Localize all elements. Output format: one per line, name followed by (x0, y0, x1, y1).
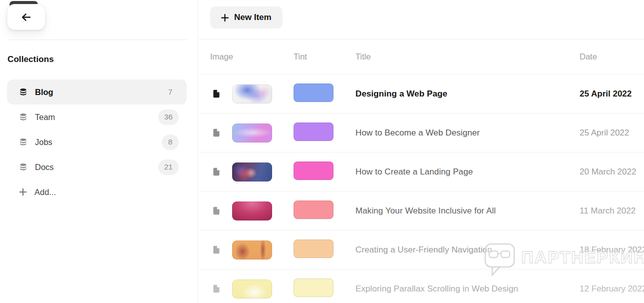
image-cell (210, 240, 294, 260)
back-button[interactable] (7, 4, 45, 30)
page-icon (212, 246, 221, 254)
sidebar-divider (7, 40, 186, 40)
database-icon (19, 113, 27, 122)
row-date: 12 February 2022 (580, 284, 644, 294)
tint-swatch (294, 200, 333, 219)
date-cell: 11 March 2022 (580, 206, 644, 216)
row-thumbnail (232, 84, 272, 104)
page-icon (212, 284, 221, 293)
image-cell (210, 84, 294, 104)
sidebar-item-jobs[interactable]: Jobs 8 (7, 130, 187, 154)
row-date: 11 March 2022 (580, 206, 636, 216)
sidebar: Collections Blog 7 Team 36 (0, 0, 198, 303)
row-thumbnail (232, 162, 272, 182)
row-title: Exploring Parallax Scrolling in Web Desi… (355, 284, 518, 294)
collection-count-badge: 36 (158, 110, 179, 125)
table-row[interactable]: How to Become a Web Designer 25 April 20… (199, 114, 644, 152)
arrow-left-icon (20, 12, 32, 23)
title-cell: Making Your Website Inclusive for All (355, 206, 580, 216)
image-cell (210, 124, 294, 142)
database-icon (19, 163, 27, 172)
add-collection-label: Add... (34, 188, 56, 197)
page-icon (212, 128, 221, 137)
image-cell (210, 162, 294, 182)
title-cell: Creating a User-Friendly Navigation (355, 245, 580, 255)
collection-count-badge: 21 (158, 160, 179, 175)
tint-swatch (294, 240, 333, 258)
page-icon (212, 90, 221, 98)
cms-collections-page: Collections Blog 7 Team 36 (0, 0, 644, 303)
tint-swatch (294, 84, 333, 102)
date-cell: 25 April 2022 (580, 89, 644, 99)
row-thumbnail (232, 280, 272, 298)
tint-cell (294, 162, 355, 182)
row-title: How to Create a Landing Page (355, 167, 473, 176)
image-cell (210, 202, 294, 220)
row-date: 25 April 2022 (580, 128, 629, 138)
tint-cell (294, 240, 355, 260)
column-header-date: Date (580, 52, 644, 62)
row-title: Creating a User-Friendly Navigation (355, 245, 492, 254)
collections-heading: Collections (7, 54, 54, 64)
date-cell: 12 February 2022 (580, 284, 644, 294)
row-thumbnail (232, 124, 272, 142)
table-row[interactable]: Making Your Website Inclusive for All 11… (199, 192, 644, 230)
tint-swatch (294, 278, 333, 297)
page-icon (212, 168, 221, 176)
main-panel: New Item Image Tint Title Date Designing… (199, 0, 644, 303)
row-title: Making Your Website Inclusive for All (355, 206, 496, 216)
tint-swatch (294, 122, 333, 141)
plus-icon (221, 14, 229, 22)
database-icon (19, 138, 27, 146)
image-cell (210, 280, 294, 298)
plus-icon (19, 188, 27, 196)
column-header-title: Title (355, 52, 580, 62)
sidebar-item-blog[interactable]: Blog 7 (7, 80, 187, 104)
table-body: Designing a Web Page 25 April 2022 How t… (199, 74, 644, 303)
date-cell: 25 April 2022 (580, 128, 644, 138)
tint-cell (294, 84, 355, 104)
row-title: How to Become a Web Designer (355, 128, 480, 138)
title-cell: Exploring Parallax Scrolling in Web Desi… (355, 284, 580, 294)
title-cell: Designing a Web Page (355, 89, 580, 99)
new-item-button[interactable]: New Item (210, 6, 283, 28)
date-cell: 20 March 2022 (580, 167, 644, 177)
sidebar-item-team[interactable]: Team 36 (7, 104, 187, 130)
collection-label: Jobs (35, 138, 162, 147)
title-cell: How to Create a Landing Page (355, 167, 580, 177)
column-header-tint: Tint (294, 52, 355, 62)
table-row[interactable]: How to Create a Landing Page 20 March 20… (199, 152, 644, 192)
sidebar-item-docs[interactable]: Docs 21 (7, 154, 187, 180)
date-cell: 18 February 2022 (580, 245, 644, 255)
page-icon (212, 206, 221, 215)
collection-count-badge: 8 (162, 134, 179, 150)
tint-cell (294, 122, 355, 143)
collection-count-badge: 7 (162, 84, 179, 100)
collection-label: Docs (35, 162, 158, 172)
row-thumbnail (232, 202, 272, 220)
table-row[interactable]: Exploring Parallax Scrolling in Web Desi… (199, 270, 644, 303)
table-header: Image Tint Title Date (199, 40, 644, 74)
collection-label: Team (35, 112, 158, 122)
tint-swatch (294, 162, 333, 180)
collection-label: Blog (35, 88, 162, 97)
column-header-image: Image (210, 52, 294, 62)
new-item-label: New Item (234, 12, 272, 22)
row-date: 25 April 2022 (580, 89, 632, 98)
tint-cell (294, 278, 355, 299)
row-title: Designing a Web Page (355, 89, 447, 98)
table-row[interactable]: Creating a User-Friendly Navigation 18 F… (199, 230, 644, 270)
database-icon (19, 88, 27, 96)
toolbar: New Item (199, 0, 644, 40)
tint-cell (294, 200, 355, 221)
collections-list: Blog 7 Team 36 Jobs 8 (7, 80, 187, 204)
title-cell: How to Become a Web Designer (355, 128, 580, 138)
table-row[interactable]: Designing a Web Page 25 April 2022 (199, 74, 644, 114)
row-date: 18 February 2022 (580, 245, 644, 254)
add-collection-button[interactable]: Add... (7, 180, 187, 204)
row-date: 20 March 2022 (580, 167, 636, 176)
row-thumbnail (232, 240, 272, 260)
